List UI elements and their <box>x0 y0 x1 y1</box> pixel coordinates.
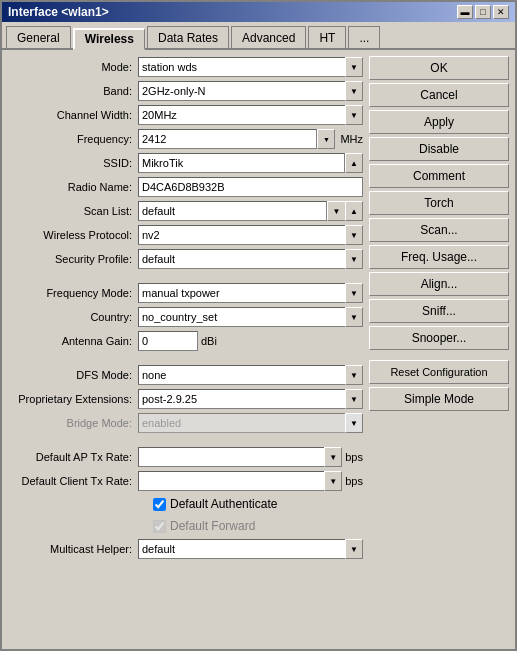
minimize-button[interactable]: ▬ <box>457 5 473 19</box>
multicast-helper-row: Multicast Helper: default ▼ <box>8 538 363 560</box>
frequency-mode-control: manual txpower ▼ <box>138 283 363 303</box>
default-ap-tx-rate-select-wrapper: ▼ <box>138 447 342 467</box>
proprietary-extensions-select[interactable]: post-2.9.25 <box>138 389 363 409</box>
tab-more[interactable]: ... <box>348 26 380 48</box>
default-client-tx-rate-select[interactable] <box>138 471 342 491</box>
band-select[interactable]: 2GHz-only-N <box>138 81 363 101</box>
apply-button[interactable]: Apply <box>369 110 509 134</box>
sniff-button[interactable]: Sniff... <box>369 299 509 323</box>
tab-data-rates[interactable]: Data Rates <box>147 26 229 48</box>
mode-select[interactable]: station wds <box>138 57 363 77</box>
comment-button[interactable]: Comment <box>369 164 509 188</box>
proprietary-extensions-control: post-2.9.25 ▼ <box>138 389 363 409</box>
default-ap-tx-rate-select[interactable] <box>138 447 342 467</box>
default-ap-tx-rate-label: Default AP Tx Rate: <box>8 451 138 463</box>
channel-width-select[interactable]: 20MHz <box>138 105 363 125</box>
antenna-gain-control: dBi <box>138 331 363 351</box>
multicast-helper-select[interactable]: default <box>138 539 363 559</box>
ssid-wrapper: ▲ <box>138 153 363 173</box>
snooper-button[interactable]: Snooper... <box>369 326 509 350</box>
dfs-mode-select-wrapper: none ▼ <box>138 365 363 385</box>
scan-list-label: Scan List: <box>8 205 138 217</box>
wireless-protocol-select[interactable]: nv2 <box>138 225 363 245</box>
separator-2 <box>8 354 363 362</box>
dfs-mode-select[interactable]: none <box>138 365 363 385</box>
proprietary-extensions-row: Proprietary Extensions: post-2.9.25 ▼ <box>8 388 363 410</box>
ssid-label: SSID: <box>8 157 138 169</box>
default-ap-tx-rate-wrapper: ▼ bps <box>138 447 363 467</box>
security-profile-select[interactable]: default <box>138 249 363 269</box>
security-profile-row: Security Profile: default ▼ <box>8 248 363 270</box>
country-control: no_country_set ▼ <box>138 307 363 327</box>
simple-mode-button[interactable]: Simple Mode <box>369 387 509 411</box>
multicast-helper-select-wrapper: default ▼ <box>138 539 363 559</box>
torch-button[interactable]: Torch <box>369 191 509 215</box>
proprietary-extensions-select-wrapper: post-2.9.25 ▼ <box>138 389 363 409</box>
right-panel: OK Cancel Apply Disable Comment Torch Sc… <box>369 56 509 643</box>
window: Interface <wlan1> ▬ □ ✕ General Wireless… <box>0 0 517 651</box>
channel-width-control: 20MHz ▼ <box>138 105 363 125</box>
ssid-input[interactable] <box>138 153 345 173</box>
band-control: 2GHz-only-N ▼ <box>138 81 363 101</box>
country-select[interactable]: no_country_set <box>138 307 363 327</box>
close-button[interactable]: ✕ <box>493 5 509 19</box>
scan-list-select-wrapper: default ▼ ▲ <box>138 201 363 221</box>
ssid-scroll-up[interactable]: ▲ <box>345 153 363 173</box>
frequency-mode-select[interactable]: manual txpower <box>138 283 363 303</box>
scan-list-up-btn[interactable]: ▲ <box>345 201 363 221</box>
wireless-protocol-label: Wireless Protocol: <box>8 229 138 241</box>
dfs-mode-control: none ▼ <box>138 365 363 385</box>
channel-width-row: Channel Width: 20MHz ▼ <box>8 104 363 126</box>
security-profile-select-wrapper: default ▼ <box>138 249 363 269</box>
frequency-up-btn[interactable]: ▼ <box>317 129 335 149</box>
security-profile-control: default ▼ <box>138 249 363 269</box>
wireless-protocol-row: Wireless Protocol: nv2 ▼ <box>8 224 363 246</box>
tab-wireless[interactable]: Wireless <box>73 28 145 50</box>
tab-ht[interactable]: HT <box>308 26 346 48</box>
mode-row: Mode: station wds ▼ <box>8 56 363 78</box>
default-ap-tx-rate-unit: bps <box>345 451 363 463</box>
antenna-gain-row: Antenna Gain: dBi <box>8 330 363 352</box>
antenna-gain-unit: dBi <box>201 335 217 347</box>
radio-name-row: Radio Name: <box>8 176 363 198</box>
frequency-control: ▼ MHz <box>138 129 363 149</box>
channel-width-select-wrapper: 20MHz ▼ <box>138 105 363 125</box>
scan-button[interactable]: Scan... <box>369 218 509 242</box>
frequency-mode-row: Frequency Mode: manual txpower ▼ <box>8 282 363 304</box>
bridge-mode-select[interactable]: enabled <box>138 413 363 433</box>
freq-usage-button[interactable]: Freq. Usage... <box>369 245 509 269</box>
wireless-protocol-select-wrapper: nv2 ▼ <box>138 225 363 245</box>
tab-general[interactable]: General <box>6 26 71 48</box>
mode-select-wrapper: station wds ▼ <box>138 57 363 77</box>
radio-name-input[interactable] <box>138 177 363 197</box>
band-select-wrapper: 2GHz-only-N ▼ <box>138 81 363 101</box>
default-client-tx-rate-select-wrapper: ▼ <box>138 471 342 491</box>
reset-configuration-button[interactable]: Reset Configuration <box>369 360 509 384</box>
scan-list-select[interactable]: default <box>138 201 327 221</box>
frequency-input[interactable] <box>138 129 317 149</box>
default-ap-tx-rate-row: Default AP Tx Rate: ▼ bps <box>8 446 363 468</box>
channel-width-label: Channel Width: <box>8 109 138 121</box>
frequency-mode-label: Frequency Mode: <box>8 287 138 299</box>
align-button[interactable]: Align... <box>369 272 509 296</box>
default-forward-checkbox[interactable] <box>153 520 166 533</box>
ok-button[interactable]: OK <box>369 56 509 80</box>
cancel-button[interactable]: Cancel <box>369 83 509 107</box>
disable-button[interactable]: Disable <box>369 137 509 161</box>
title-bar: Interface <wlan1> ▬ □ ✕ <box>2 2 515 22</box>
default-client-tx-rate-row: Default Client Tx Rate: ▼ bps <box>8 470 363 492</box>
maximize-button[interactable]: □ <box>475 5 491 19</box>
tab-advanced[interactable]: Advanced <box>231 26 306 48</box>
main-content: Mode: station wds ▼ Band: 2GHz- <box>2 50 515 649</box>
separator-3 <box>8 436 363 444</box>
antenna-gain-input[interactable] <box>138 331 198 351</box>
frequency-label: Frequency: <box>8 133 138 145</box>
default-authenticate-checkbox[interactable] <box>153 498 166 511</box>
bridge-mode-select-wrapper: enabled ▼ <box>138 413 363 433</box>
frequency-row: Frequency: ▼ MHz <box>8 128 363 150</box>
frequency-mode-select-wrapper: manual txpower ▼ <box>138 283 363 303</box>
band-row: Band: 2GHz-only-N ▼ <box>8 80 363 102</box>
country-select-wrapper: no_country_set ▼ <box>138 307 363 327</box>
default-ap-tx-rate-control: ▼ bps <box>138 447 363 467</box>
default-authenticate-row: Default Authenticate <box>8 494 363 514</box>
